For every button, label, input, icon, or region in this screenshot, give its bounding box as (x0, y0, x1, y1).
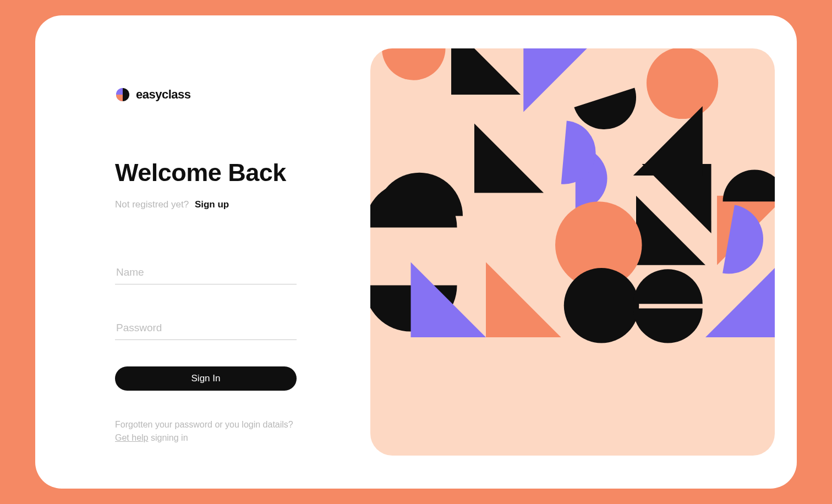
get-help-link[interactable]: Get help (115, 433, 148, 442)
signin-button[interactable]: Sign In (115, 366, 297, 391)
help-post: signing in (148, 433, 188, 442)
signup-prompt-text: Not registred yet? (115, 199, 189, 210)
name-input[interactable] (115, 261, 297, 284)
page-title: Welcome Back (115, 158, 326, 187)
svg-point-4 (564, 268, 639, 343)
signup-link[interactable]: Sign up (195, 199, 229, 210)
logo: easyclass (115, 87, 326, 102)
signup-prompt: Not registred yet? Sign up (115, 199, 326, 210)
illustration-panel (370, 48, 775, 456)
form-panel: easyclass Welcome Back Not registred yet… (35, 15, 370, 489)
help-text: Forgotten your password or you login dat… (115, 418, 297, 445)
svg-point-0 (647, 48, 718, 119)
logo-icon (115, 87, 130, 102)
help-pre: Forgotten your password or you login dat… (115, 420, 293, 429)
brand-name: easyclass (136, 87, 191, 102)
password-input[interactable] (115, 316, 297, 340)
login-card: easyclass Welcome Back Not registred yet… (35, 15, 797, 489)
geometric-art (370, 48, 775, 349)
